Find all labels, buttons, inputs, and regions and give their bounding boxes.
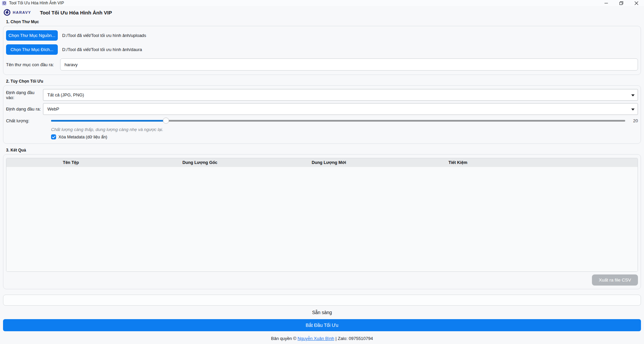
quality-value: 20 (629, 118, 638, 123)
app-header: HARAVY Tool Tối Ưu Hóa Hình Ảnh VIP (0, 7, 644, 18)
brand-logo: HARAVY (3, 9, 31, 16)
subfolder-name-label: Tên thư mục con đầu ra: (6, 62, 60, 67)
close-icon (635, 1, 638, 5)
column-header-original-size[interactable]: Dung Lượng Gốc (135, 160, 264, 165)
subfolder-name-input[interactable] (60, 58, 638, 71)
dest-folder-path: D:/Tool đã viết/Tool tối ưu hình ảnh/dau… (62, 47, 142, 52)
column-header-savings[interactable]: Tiết Kiệm (393, 160, 522, 165)
column-header-new-size[interactable]: Dung Lượng Mới (264, 160, 393, 165)
input-format-value: Tất cả (JPG, PNG) (47, 92, 84, 97)
results-table: Tên Tệp Dung Lượng Gốc Dung Lượng Mới Ti… (6, 158, 638, 272)
output-format-select[interactable]: WebP (43, 103, 638, 115)
quality-label: Chất lượng: (6, 118, 43, 123)
section-title-results: 3. Kết Quả (6, 148, 644, 153)
author-link[interactable]: Nguyễn Xuân Bình (298, 336, 334, 341)
output-format-label: Định dạng đầu ra: (6, 106, 43, 112)
titlebar: Tool Tối Ưu Hóa Hình Ảnh VIP (0, 0, 644, 6)
restore-icon (619, 1, 623, 5)
folders-groupbox: Chọn Thư Mục Nguồn... D:/Tool đã viết/To… (3, 26, 641, 75)
section-title-folders: 1. Chọn Thư Mục (6, 19, 644, 24)
quality-note: Chất lượng càng thấp, dung lượng càng nh… (51, 127, 638, 132)
start-optimize-button[interactable]: Bắt Đầu Tối Ưu (3, 319, 641, 331)
slider-handle[interactable] (163, 118, 169, 124)
source-folder-path: D:/Tool đã viết/Tool tối ưu hình ảnh/upl… (62, 33, 146, 38)
metadata-checkbox-label: Xóa Metadata (dữ liệu ẩn) (58, 135, 107, 139)
metadata-checkbox[interactable] (51, 134, 56, 139)
output-format-value: WebP (47, 106, 59, 112)
minimize-button[interactable] (599, 0, 614, 6)
column-header-filename[interactable]: Tên Tệp (6, 160, 135, 165)
results-table-body (6, 167, 638, 271)
input-format-label: Định dạng đầu vào: (6, 90, 43, 100)
window-title: Tool Tối Ưu Hóa Hình Ảnh VIP (9, 1, 64, 5)
restore-button[interactable] (614, 0, 629, 6)
brand-name: HARAVY (13, 10, 31, 14)
input-format-select[interactable]: Tất cả (JPG, PNG) (43, 89, 638, 101)
copyright-suffix: | Zalo: 0975510794 (334, 336, 373, 341)
chevron-down-icon (631, 94, 635, 96)
progress-bar (3, 295, 641, 306)
minimize-icon (604, 1, 608, 5)
window-controls (599, 0, 644, 6)
quality-slider[interactable] (51, 117, 625, 124)
export-csv-button[interactable]: Xuất ra file CSV (592, 274, 638, 286)
options-groupbox: Định dạng đầu vào: Tất cả (JPG, PNG) Địn… (3, 85, 641, 144)
footer: Bản quyền © Nguyễn Xuân Bình | Zalo: 097… (0, 336, 644, 341)
results-table-header: Tên Tệp Dung Lượng Gốc Dung Lượng Mới Ti… (6, 158, 638, 167)
app-icon (2, 1, 6, 5)
close-button[interactable] (629, 0, 644, 6)
results-groupbox: Tên Tệp Dung Lượng Gốc Dung Lượng Mới Ti… (3, 154, 641, 289)
choose-dest-folder-button[interactable]: Chọn Thư Mục Đích... (6, 44, 58, 55)
checkmark-icon (52, 136, 55, 138)
copyright-prefix: Bản quyền © (271, 336, 298, 341)
chevron-down-icon (631, 109, 635, 111)
haravy-logo-icon (3, 9, 11, 16)
section-title-options: 2. Tùy Chọn Tối Ưu (6, 79, 644, 84)
page-title: Tool Tối Ưu Hóa Hình Ảnh VIP (40, 10, 112, 15)
slider-fill (51, 120, 166, 122)
status-text: Sẵn sàng (0, 310, 644, 315)
choose-source-folder-button[interactable]: Chọn Thư Mục Nguồn... (6, 30, 58, 41)
